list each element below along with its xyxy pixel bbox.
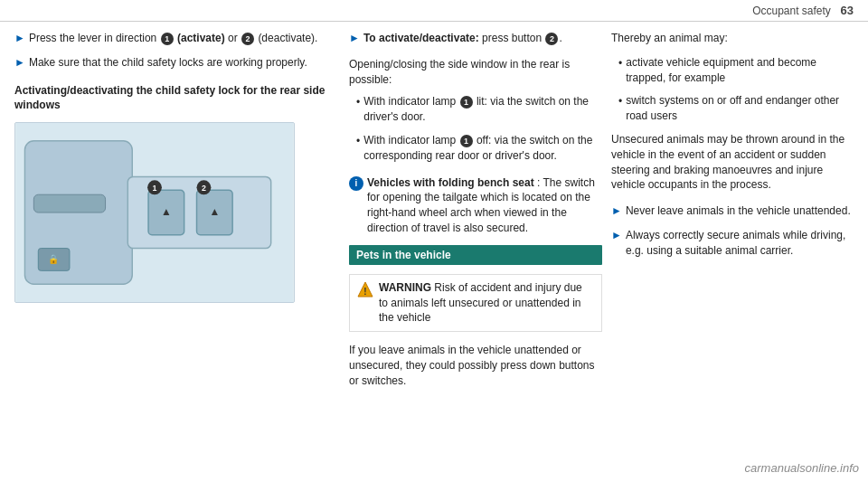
opening-text: Opening/closing the side window in the r… — [349, 55, 602, 90]
svg-rect-11 — [33, 194, 105, 213]
circle-2b: 2 — [545, 33, 558, 45]
info-box-folding: i Vehicles with folding bench seat : The… — [349, 175, 602, 236]
section-title-activate: Activating/deactivating the child safety… — [14, 83, 340, 114]
right-arrow-icon-2: ► — [611, 228, 622, 259]
middle-column: ► To activate/deactivate: press button 2… — [349, 31, 602, 468]
circle-2: 2 — [241, 33, 254, 45]
bullet-text-1: Press the lever in direction 1 (activate… — [29, 31, 318, 46]
warning-block: ! WARNING Risk of accident and injury du… — [349, 274, 602, 332]
section-label: Occupant safety — [752, 5, 831, 17]
folding-text: Vehicles with folding bench seat : The s… — [367, 175, 602, 236]
right-arrow-bullet-2: ► Always correctly secure animals while … — [611, 228, 854, 259]
arrow-icon-3: ► — [349, 31, 360, 46]
page-number: 63 — [841, 4, 854, 17]
arrow-icon-2: ► — [14, 55, 25, 71]
diagram-image: ▲ ▲ 1 2 🔒 — [14, 122, 295, 303]
watermark: carmanualsonline.info — [745, 461, 859, 475]
bullet-press-lever: ► Press the lever in direction 1 (activa… — [14, 31, 340, 46]
right-dot-1: • — [618, 56, 622, 86]
svg-text:🔒: 🔒 — [48, 254, 60, 266]
circle-1: 1 — [161, 33, 174, 45]
sub-text-1: With indicator lamp 1 lit: via the switc… — [363, 94, 602, 125]
sub-bullet-1: • With indicator lamp 1 lit: via the swi… — [356, 94, 602, 125]
right-column: Thereby an animal may: • activate vehicl… — [611, 31, 854, 468]
main-content: ► Press the lever in direction 1 (activa… — [0, 22, 868, 477]
warning-icon: ! — [357, 281, 373, 298]
svg-text:!: ! — [363, 287, 366, 297]
page-header: Occupant safety 63 — [0, 0, 868, 22]
svg-text:1: 1 — [153, 184, 157, 193]
pets-text: If you leave animals in the vehicle unat… — [349, 341, 602, 390]
right-bullet-2: • switch systems on or off and endanger … — [618, 93, 854, 124]
svg-text:2: 2 — [202, 184, 206, 193]
svg-text:▲: ▲ — [209, 205, 220, 218]
right-arrow-bullet-1: ► Never leave animals in the vehicle una… — [611, 203, 854, 219]
bullet-text-2: Make sure that the child safety locks ar… — [29, 55, 307, 71]
bullet-make-sure: ► Make sure that the child safety locks … — [14, 55, 340, 71]
arrow-icon-1: ► — [14, 31, 25, 46]
sub-text-2: With indicator lamp 1 off: via the switc… — [363, 133, 602, 164]
bullet-activate: ► To activate/deactivate: press button 2… — [349, 31, 602, 46]
bullet-dot-2: • — [356, 134, 360, 164]
left-column: ► Press the lever in direction 1 (activa… — [14, 31, 340, 468]
right-arrow-icon-1: ► — [611, 203, 622, 219]
right-para-1: Unsecured animals may be thrown around i… — [611, 132, 854, 193]
circle-1c: 1 — [460, 135, 473, 147]
circle-1b: 1 — [460, 96, 473, 109]
sub-bullet-2: • With indicator lamp 1 off: via the swi… — [356, 133, 602, 164]
warning-text: WARNING Risk of accident and injury due … — [379, 280, 594, 326]
bullet-dot-1: • — [356, 95, 360, 125]
activate-text: To activate/deactivate: press button 2. — [363, 31, 562, 46]
right-bullet-1: • activate vehicle equipment and become … — [618, 55, 854, 86]
right-dot-2: • — [618, 94, 622, 124]
svg-text:▲: ▲ — [161, 205, 172, 218]
pets-section-bar: Pets in the vehicle — [349, 245, 602, 265]
right-intro: Thereby an animal may: — [611, 31, 854, 46]
info-icon: i — [349, 176, 363, 191]
